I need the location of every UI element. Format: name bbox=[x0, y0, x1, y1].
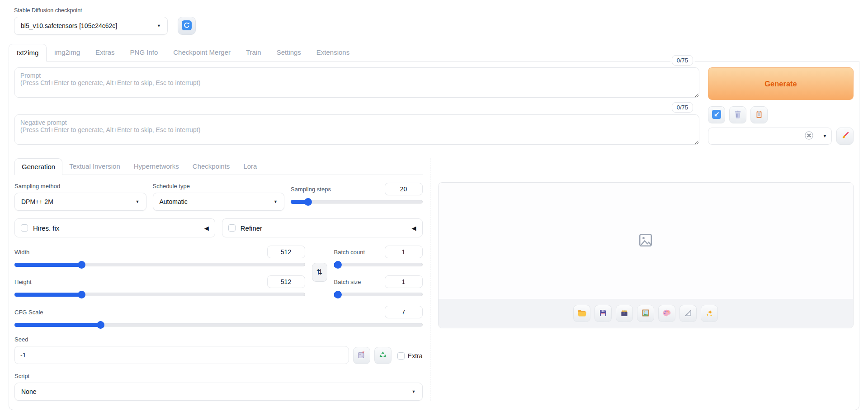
hires-fix-accordion[interactable]: Hires. fix ◀ bbox=[14, 218, 215, 237]
sampling-steps-label: Sampling steps bbox=[291, 186, 331, 193]
triangle-ruler-icon bbox=[684, 308, 693, 319]
tab-extras[interactable]: Extras bbox=[88, 44, 123, 61]
checkpoint-value: bl5_v10.safetensors [105e24c62c] bbox=[21, 22, 117, 29]
swap-dimensions-button[interactable]: ⇅ bbox=[312, 263, 327, 282]
prompt-column: 0/75 0/75 bbox=[14, 67, 699, 145]
sparkles-icon bbox=[705, 308, 714, 319]
batch-size-slider[interactable] bbox=[334, 291, 423, 298]
accordion-arrow-icon: ◀ bbox=[204, 225, 209, 232]
generation-subtabs: Generation Textual Inversion Hypernetwor… bbox=[14, 158, 423, 175]
upscale-button[interactable] bbox=[701, 305, 718, 322]
tab-train[interactable]: Train bbox=[238, 44, 269, 61]
tab-img2img[interactable]: img2img bbox=[47, 44, 88, 61]
sampling-steps-field: Sampling steps bbox=[291, 183, 423, 211]
height-input[interactable] bbox=[267, 275, 305, 288]
sampling-method-value: DPM++ 2M bbox=[21, 198, 53, 205]
negative-prompt-input[interactable] bbox=[14, 114, 699, 145]
hires-fix-checkbox[interactable] bbox=[21, 224, 28, 232]
recycle-icon bbox=[378, 350, 387, 361]
batch-count-label: Batch count bbox=[334, 249, 365, 256]
sampling-method-field: Sampling method DPM++ 2M ▼ bbox=[14, 183, 146, 211]
chevron-down-icon: ▼ bbox=[412, 389, 416, 394]
batch-count-slider[interactable] bbox=[334, 261, 423, 269]
checkpoint-dropdown[interactable]: bl5_v10.safetensors [105e24c62c] ▼ bbox=[14, 17, 168, 35]
refiner-accordion[interactable]: Refiner ◀ bbox=[222, 218, 423, 237]
paste-params-button[interactable] bbox=[708, 106, 725, 123]
clear-styles-icon[interactable] bbox=[804, 130, 814, 142]
archive-box-icon bbox=[620, 308, 629, 319]
styles-dropdown[interactable]: ▼ bbox=[708, 128, 832, 145]
clipboard-icon bbox=[755, 110, 764, 120]
cfg-scale-slider[interactable] bbox=[14, 321, 423, 329]
trash-icon bbox=[733, 109, 743, 121]
open-folder-button[interactable] bbox=[573, 305, 590, 322]
dice-icon bbox=[357, 350, 366, 361]
arrow-down-left-icon bbox=[712, 110, 721, 120]
subtab-textual-inversion[interactable]: Textual Inversion bbox=[62, 158, 127, 175]
subtab-hypernetworks[interactable]: Hypernetworks bbox=[127, 158, 186, 175]
extra-seed-toggle[interactable]: Extra bbox=[397, 352, 423, 360]
tab-png-info[interactable]: PNG Info bbox=[123, 44, 166, 61]
chevron-down-icon: ▼ bbox=[823, 134, 827, 138]
height-slider[interactable] bbox=[14, 291, 305, 298]
tab-checkpoint-merger[interactable]: Checkpoint Merger bbox=[165, 44, 238, 61]
height-field: Height bbox=[14, 275, 305, 298]
send-to-inpaint-button[interactable] bbox=[658, 305, 675, 322]
swap-icon: ⇅ bbox=[316, 268, 322, 276]
negative-prompt-token-counter: 0/75 bbox=[672, 102, 693, 113]
floppy-disk-icon bbox=[599, 308, 608, 319]
random-seed-button[interactable] bbox=[353, 347, 370, 364]
sampling-method-label: Sampling method bbox=[14, 183, 146, 189]
image-placeholder-icon bbox=[637, 232, 654, 250]
edit-styles-button[interactable] bbox=[836, 128, 854, 145]
hires-fix-label: Hires. fix bbox=[33, 224, 59, 232]
chevron-down-icon: ▼ bbox=[136, 199, 140, 204]
refiner-checkbox[interactable] bbox=[228, 224, 236, 232]
sampling-steps-input[interactable] bbox=[385, 183, 423, 195]
cfg-scale-label: CFG Scale bbox=[14, 309, 43, 316]
subtab-checkpoints[interactable]: Checkpoints bbox=[186, 158, 237, 175]
cfg-scale-input[interactable] bbox=[385, 306, 423, 318]
tab-txt2img[interactable]: txt2img bbox=[9, 44, 47, 62]
schedule-type-field: Schedule type Automatic ▼ bbox=[153, 183, 285, 211]
sampling-steps-slider[interactable] bbox=[291, 198, 423, 206]
prompt-input[interactable] bbox=[14, 67, 699, 98]
seed-input[interactable] bbox=[14, 346, 349, 364]
txt2img-panel: 0/75 0/75 Generate bbox=[9, 62, 859, 410]
seed-label: Seed bbox=[14, 336, 349, 343]
batch-size-label: Batch size bbox=[334, 279, 361, 285]
subtab-lora[interactable]: Lora bbox=[236, 158, 264, 175]
save-zip-button[interactable] bbox=[616, 305, 633, 322]
prompt-token-counter: 0/75 bbox=[672, 55, 693, 66]
width-input[interactable] bbox=[267, 246, 305, 258]
sampling-method-dropdown[interactable]: DPM++ 2M ▼ bbox=[14, 193, 146, 211]
script-field: Script None ▼ bbox=[14, 373, 423, 401]
script-dropdown[interactable]: None ▼ bbox=[14, 383, 423, 401]
script-value: None bbox=[21, 388, 36, 395]
batch-fields: Batch count Batch size bbox=[334, 246, 423, 298]
send-to-img2img-button[interactable] bbox=[637, 305, 654, 322]
batch-size-input[interactable] bbox=[385, 275, 423, 288]
schedule-type-value: Automatic bbox=[160, 198, 188, 205]
schedule-type-dropdown[interactable]: Automatic ▼ bbox=[153, 193, 285, 211]
accordion-arrow-icon: ◀ bbox=[412, 225, 416, 232]
batch-size-field: Batch size bbox=[334, 275, 423, 298]
reuse-seed-button[interactable] bbox=[374, 347, 392, 364]
tab-settings[interactable]: Settings bbox=[269, 44, 309, 61]
send-to-extras-button[interactable] bbox=[679, 305, 697, 322]
output-image-area bbox=[439, 183, 854, 299]
save-image-button[interactable] bbox=[594, 305, 612, 322]
generate-button[interactable]: Generate bbox=[708, 67, 854, 100]
tab-extensions[interactable]: Extensions bbox=[309, 44, 357, 61]
refresh-checkpoint-button[interactable] bbox=[178, 17, 196, 35]
batch-count-input[interactable] bbox=[385, 246, 423, 258]
extra-seed-label: Extra bbox=[408, 352, 423, 360]
cfg-scale-field: CFG Scale bbox=[14, 306, 423, 329]
subtab-generation[interactable]: Generation bbox=[14, 158, 62, 175]
clear-prompt-button[interactable] bbox=[729, 106, 746, 123]
apply-styles-button[interactable] bbox=[750, 106, 768, 123]
extra-seed-checkbox[interactable] bbox=[397, 352, 405, 360]
refiner-label: Refiner bbox=[241, 224, 262, 232]
width-slider[interactable] bbox=[14, 261, 305, 269]
result-column bbox=[438, 158, 854, 401]
